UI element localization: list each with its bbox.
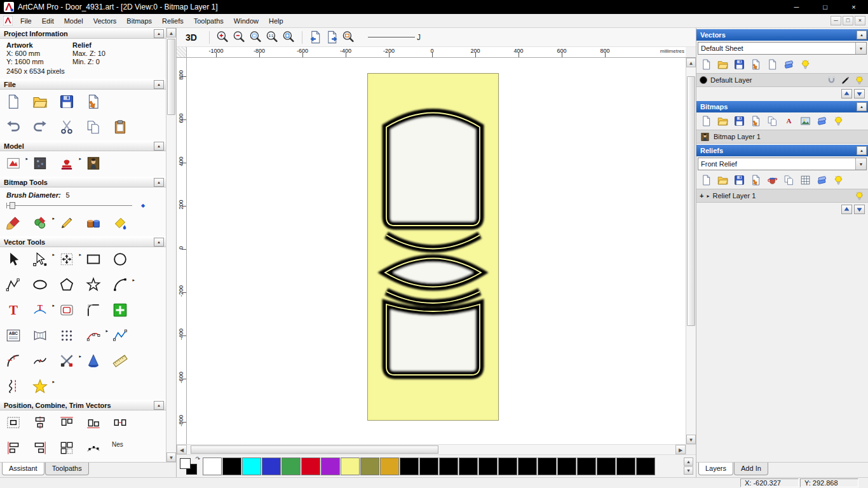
scroll-down-button[interactable]: ▼	[166, 452, 176, 462]
copy-icon[interactable]	[85, 119, 102, 135]
layer-row[interactable]: Default Layer	[696, 73, 868, 87]
colour-swatch-17[interactable]	[538, 458, 557, 475]
collapse-panel-button[interactable]: ▲	[857, 146, 867, 155]
colour-swatch-9[interactable]	[380, 458, 399, 475]
envelope-text-icon[interactable]	[32, 327, 48, 344]
center-in-page-icon[interactable]	[5, 414, 22, 431]
open-vectors-icon[interactable]	[717, 58, 729, 71]
block-paste-icon[interactable]	[58, 440, 75, 456]
flyout-arrow-icon[interactable]: ▸	[132, 278, 135, 283]
brush-diameter-slider[interactable]	[6, 201, 132, 210]
create-fillet-icon[interactable]	[85, 302, 102, 318]
nesting-tool-label[interactable]: Nes	[112, 441, 123, 448]
layer-visibility-icon[interactable]	[854, 75, 865, 86]
undo-icon[interactable]	[5, 119, 22, 135]
create-arc-icon[interactable]: ▸	[112, 276, 128, 293]
next-bitmap-layer-icon[interactable]	[325, 30, 339, 44]
scroll-left-button[interactable]: ◀	[177, 445, 187, 454]
align-right-icon[interactable]	[32, 440, 48, 456]
zoom-1to1-icon[interactable]: 1:1	[265, 30, 280, 44]
toggle-all-visibility-icon[interactable]	[799, 58, 811, 71]
import-vectors-icon[interactable]	[750, 58, 762, 71]
maximize-button[interactable]: □	[811, 0, 839, 14]
text-block-icon[interactable]: ABC	[5, 327, 22, 344]
new-model-icon[interactable]	[5, 93, 22, 110]
collapse-section-button[interactable]: ▲	[154, 80, 164, 89]
join-vectors-icon[interactable]	[32, 353, 48, 369]
text-on-curve-icon[interactable]: T▸	[32, 302, 48, 318]
colour-swatch-16[interactable]	[518, 458, 537, 475]
create-text-icon[interactable]: T	[5, 302, 22, 318]
colour-swatch-2[interactable]	[242, 458, 261, 475]
swap-colours-icon[interactable]: ↷	[195, 456, 200, 462]
edit-colour-icon[interactable]	[840, 75, 851, 86]
toggle-relief-visibility-icon[interactable]	[832, 174, 844, 186]
open-bitmap-icon[interactable]	[717, 115, 729, 127]
collapse-section-button[interactable]: ▲	[154, 178, 164, 187]
colour-swatch-12[interactable]	[439, 458, 458, 475]
colour-swatch-5[interactable]	[301, 458, 320, 475]
paste-icon[interactable]	[112, 119, 128, 135]
primary-colour[interactable]	[180, 458, 191, 469]
relief-selector[interactable]: Front Relief▼	[698, 158, 867, 170]
model-image-icon[interactable]	[85, 155, 102, 172]
colour-swatch-22[interactable]	[636, 458, 655, 475]
scrollbar-track[interactable]	[187, 445, 675, 454]
menu-help[interactable]: Help	[264, 16, 288, 26]
mdi-minimize-button[interactable]: ─	[831, 16, 841, 25]
scroll-up-button[interactable]: ▲	[686, 58, 696, 67]
collapse-section-button[interactable]: ▲	[154, 238, 164, 247]
open-model-icon[interactable]	[32, 93, 48, 110]
scroll-up-button[interactable]: ▲	[166, 28, 176, 37]
cut-icon[interactable]	[58, 119, 75, 135]
2d-view-canvas[interactable]	[187, 58, 686, 444]
colour-swatch-1[interactable]	[222, 458, 241, 475]
stamp-bitmap-icon[interactable]: A	[783, 115, 795, 127]
chevron-down-icon[interactable]: ▼	[855, 43, 866, 54]
paint-block-icon[interactable]	[85, 215, 102, 231]
zoom-fit-icon[interactable]	[281, 30, 296, 44]
save-vectors-icon[interactable]	[733, 58, 745, 71]
create-rectangle-icon[interactable]	[85, 251, 102, 268]
new-sheet-icon[interactable]	[766, 58, 778, 71]
mdi-restore-button[interactable]: □	[843, 16, 853, 25]
node-editing-icon[interactable]: ▸	[32, 251, 48, 268]
colour-swatch-4[interactable]	[281, 458, 301, 475]
scrollbar-track[interactable]	[686, 67, 696, 435]
align-top-icon[interactable]	[58, 414, 75, 431]
primary-colour-swatch[interactable]: ↷	[179, 457, 200, 476]
chevron-down-icon[interactable]: ▼	[855, 158, 866, 170]
layer-name[interactable]: Default Layer	[710, 76, 823, 84]
import-bitmap-icon[interactable]	[750, 115, 762, 127]
align-center-icon[interactable]	[32, 414, 48, 431]
paste-along-curve-icon[interactable]	[85, 440, 102, 456]
3d-view-button[interactable]: 3D	[182, 32, 201, 43]
save-relief-icon[interactable]	[733, 174, 745, 186]
tab-assistant[interactable]: Assistant	[2, 463, 44, 475]
collapse-section-button[interactable]: ▲	[154, 142, 164, 151]
create-star-icon[interactable]	[85, 276, 102, 293]
menu-bitmaps[interactable]: Bitmaps	[121, 16, 157, 26]
previous-bitmap-layer-icon[interactable]	[308, 30, 323, 44]
fit-arcs-icon[interactable]: ▸	[85, 327, 102, 344]
collapse-section-button[interactable]: ▲	[154, 29, 164, 38]
colour-swatch-18[interactable]	[557, 458, 576, 475]
slider-thumb[interactable]	[10, 202, 15, 209]
paint-brush-icon[interactable]	[5, 215, 22, 231]
create-circle-icon[interactable]	[112, 251, 128, 268]
flyout-arrow-icon[interactable]: ▸	[52, 303, 55, 308]
new-relief-layer-icon[interactable]	[700, 174, 712, 186]
layer-expander[interactable]: +	[700, 192, 703, 200]
colour-swatch-19[interactable]	[577, 458, 596, 475]
save-bitmap-icon[interactable]	[733, 115, 745, 127]
copy-relief-icon[interactable]	[783, 174, 795, 186]
move-layer-down-icon[interactable]	[854, 205, 865, 214]
zoom-in-icon[interactable]	[215, 30, 230, 44]
import-model-icon[interactable]	[85, 93, 102, 110]
flyout-arrow-icon[interactable]: ▸	[25, 156, 28, 161]
palette-down-button[interactable]: ▼	[684, 466, 693, 475]
create-ellipse-icon[interactable]	[32, 276, 48, 293]
collapse-panel-button[interactable]: ▲	[857, 30, 867, 39]
adjust-model-icon[interactable]	[32, 155, 48, 172]
trim-vectors-icon[interactable]: ▸	[58, 353, 75, 369]
